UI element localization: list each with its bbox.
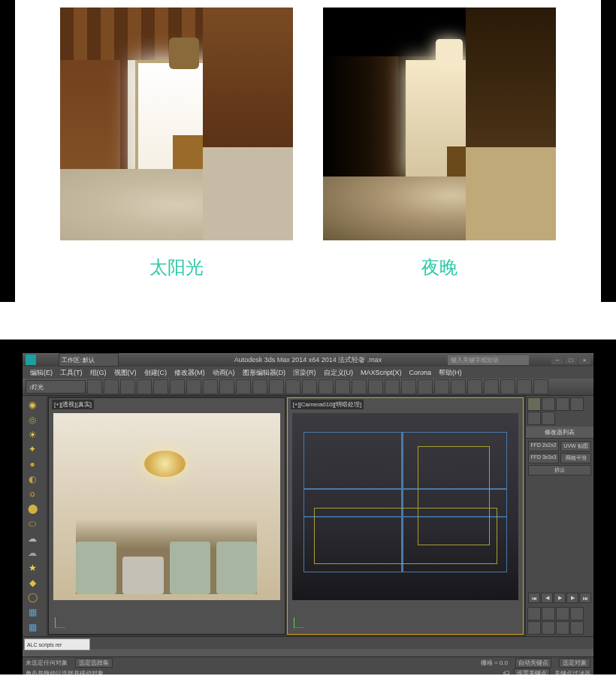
light-tool-icon[interactable]: ✦: [25, 443, 40, 456]
toolbar-button[interactable]: [484, 379, 499, 394]
toolbar-button[interactable]: [451, 379, 466, 394]
menu-group[interactable]: 组(G): [87, 368, 110, 378]
nav-button[interactable]: [570, 621, 584, 635]
grid-icon[interactable]: ▦: [25, 606, 40, 619]
menu-corona[interactable]: Corona: [406, 369, 435, 376]
toolbar-button[interactable]: [120, 379, 135, 394]
light-tool-icon[interactable]: ◐: [25, 472, 40, 485]
light-tool-icon[interactable]: ⬭: [25, 518, 40, 530]
viewport-label[interactable]: [+][透视][真实]: [52, 400, 94, 409]
toolbar-button[interactable]: [302, 379, 317, 394]
cloud-icon[interactable]: ☁: [25, 532, 40, 545]
menu-create[interactable]: 创建(C): [141, 368, 171, 378]
grid-icon[interactable]: ▦: [25, 620, 40, 633]
menu-tools[interactable]: 工具(T): [57, 368, 86, 378]
toolbar-button[interactable]: [170, 379, 185, 394]
toolbar-button[interactable]: [252, 379, 267, 394]
menu-grapheditors[interactable]: 图形编辑器(D): [240, 368, 289, 378]
key-filter-dropdown[interactable]: 选定对象: [559, 658, 590, 668]
viewport-label[interactable]: [+][Camera010][明暗处理]: [291, 400, 364, 409]
menu-rendering[interactable]: 渲染(R): [290, 368, 319, 378]
modifier-button[interactable]: 挤出: [528, 465, 591, 475]
toolbar-button[interactable]: [467, 379, 482, 394]
pan-button[interactable]: [527, 607, 541, 620]
cloud-icon[interactable]: ☁: [25, 547, 40, 560]
utilities-tab-icon[interactable]: [542, 412, 555, 425]
play-button[interactable]: ▶: [554, 593, 566, 603]
goto-start-button[interactable]: ⏮: [528, 593, 540, 603]
viewport-camera[interactable]: [+][Camera010][明暗处理]: [287, 397, 524, 635]
help-search-input[interactable]: 键入关键字或短语: [448, 355, 529, 365]
toolbar-button[interactable]: [137, 379, 152, 394]
setkey-button[interactable]: 设置关键点: [514, 668, 550, 675]
menu-modifiers[interactable]: 修改器(M): [171, 368, 208, 378]
toolbar-button[interactable]: [368, 379, 383, 394]
modify-tab-icon[interactable]: [542, 397, 555, 411]
light-tool-icon[interactable]: ☼: [25, 487, 40, 500]
toolbar-button[interactable]: [335, 379, 350, 394]
toolbar-button[interactable]: [203, 379, 218, 394]
toolbar-button[interactable]: [285, 379, 300, 394]
toolbar-button[interactable]: [219, 379, 234, 394]
toolbar-button[interactable]: [87, 379, 102, 394]
minimize-button[interactable]: −: [551, 355, 563, 364]
orbit-button[interactable]: [556, 607, 569, 620]
modifier-list-header[interactable]: 修改器列表: [526, 427, 593, 439]
toolbar-button[interactable]: [533, 379, 548, 394]
circle-icon[interactable]: ◯: [25, 591, 40, 604]
alc-scripts-panel[interactable]: ALC scripts rer: [24, 638, 90, 650]
light-tool-icon[interactable]: ◎: [25, 414, 40, 427]
toolbar-button[interactable]: [418, 379, 433, 394]
modifier-button[interactable]: FFD 3x3x3: [528, 453, 559, 463]
toolbar-button[interactable]: [319, 379, 334, 394]
time-slider[interactable]: 0 / 100: [23, 636, 593, 649]
maximize-button[interactable]: □: [565, 355, 577, 364]
toolbar-button[interactable]: [401, 379, 416, 394]
toolbar-button[interactable]: [153, 379, 168, 394]
autokey-button[interactable]: 自动关键点: [515, 658, 551, 668]
toolbar-button[interactable]: [385, 379, 400, 394]
prev-frame-button[interactable]: ◀: [541, 593, 553, 603]
selection-filter-dropdown[interactable]: ↓灯光: [26, 380, 86, 394]
toolbar-button[interactable]: [352, 379, 367, 394]
track-bar[interactable]: [23, 649, 593, 657]
key-filters-button[interactable]: 关键点过滤器: [554, 669, 590, 675]
zoom-button[interactable]: [542, 607, 555, 620]
toolbar-button[interactable]: [236, 379, 251, 394]
nav-button[interactable]: [527, 621, 541, 635]
workspace-dropdown[interactable]: 工作区: 默认: [59, 353, 119, 367]
create-tab-icon[interactable]: [527, 397, 541, 411]
nav-button[interactable]: [556, 621, 569, 635]
nav-button[interactable]: [542, 621, 555, 635]
menu-views[interactable]: 视图(V): [111, 368, 140, 378]
viewport-perspective[interactable]: [+][透视][真实]: [48, 397, 285, 635]
maximize-viewport-button[interactable]: [570, 607, 584, 620]
hierarchy-tab-icon[interactable]: [556, 397, 569, 411]
light-tool-icon[interactable]: ◉: [25, 399, 40, 412]
sun-icon[interactable]: ☀: [25, 428, 40, 441]
toolbar-button[interactable]: [186, 379, 201, 394]
motion-tab-icon[interactable]: [570, 397, 584, 411]
add-time-tag-icon[interactable]: 🏷: [503, 670, 509, 675]
modifier-button[interactable]: FFD 2x2x2: [528, 441, 559, 451]
toolbar-button[interactable]: [517, 379, 532, 394]
menu-help[interactable]: 帮助(H): [436, 368, 465, 378]
display-tab-icon[interactable]: [527, 412, 541, 425]
menu-maxscript[interactable]: MAXScript(X): [358, 369, 405, 376]
toolbar-button[interactable]: [104, 379, 119, 394]
close-button[interactable]: ×: [578, 355, 590, 364]
selection-set-dropdown[interactable]: 选定选择集: [75, 658, 113, 668]
toolbar-button[interactable]: [500, 379, 515, 394]
menu-customize[interactable]: 自定义(U): [321, 368, 357, 378]
diamond-icon[interactable]: ◆: [25, 576, 40, 589]
goto-end-button[interactable]: ⏭: [579, 593, 591, 603]
toolbar-button[interactable]: [434, 379, 449, 394]
menu-animation[interactable]: 动画(A): [210, 368, 238, 378]
star-icon[interactable]: ★: [25, 562, 40, 575]
toolbar-button[interactable]: [269, 379, 284, 394]
modifier-button[interactable]: UVW 贴图: [560, 441, 591, 451]
light-tool-icon[interactable]: ⬤: [25, 502, 40, 515]
menu-edit[interactable]: 编辑(E): [27, 368, 56, 378]
modifier-button[interactable]: 网格平滑: [560, 453, 591, 463]
app-icon[interactable]: [26, 355, 36, 365]
